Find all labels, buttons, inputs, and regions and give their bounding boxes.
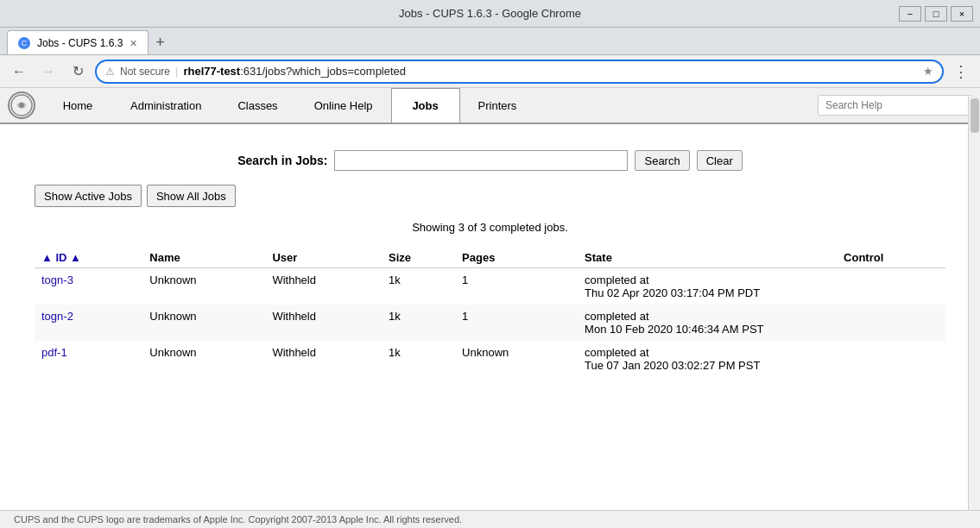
tab-favicon: C	[18, 37, 30, 49]
cell-id: togn-2	[35, 305, 142, 341]
tab-close-button[interactable]: ×	[130, 36, 136, 50]
search-section: Search in Jobs: Search Clear	[35, 150, 945, 171]
job-id-link[interactable]: togn-2	[41, 310, 73, 323]
footer-text: CUPS and the CUPS logo are trademarks of…	[14, 514, 462, 525]
cell-user: Withheld	[265, 305, 382, 341]
nav-item-classes[interactable]: Classes	[219, 88, 295, 123]
cell-state: completed at Mon 10 Feb 2020 10:46:34 AM…	[578, 305, 837, 341]
reload-button[interactable]: ↻	[66, 60, 90, 84]
nav-item-printers[interactable]: Printers	[460, 88, 535, 123]
svg-point-1	[19, 103, 24, 108]
minimize-button[interactable]: −	[899, 6, 921, 22]
forward-button[interactable]: →	[36, 60, 60, 84]
maximize-button[interactable]: □	[925, 6, 947, 22]
nav-item-administration[interactable]: Administration	[112, 88, 219, 123]
cell-size: 1k	[382, 305, 455, 341]
nav-item-online-help[interactable]: Online Help	[296, 88, 391, 123]
cell-control	[837, 305, 945, 341]
url-domain: rhel77-test	[183, 65, 240, 78]
col-header-user: User	[265, 248, 382, 268]
col-header-state: State	[578, 248, 837, 268]
cell-state: completed at Thu 02 Apr 2020 03:17:04 PM…	[578, 268, 837, 305]
col-header-pages: Pages	[455, 248, 578, 268]
tab-bar: C Jobs - CUPS 1.6.3 × +	[0, 28, 980, 55]
clear-button[interactable]: Clear	[697, 150, 743, 171]
cell-pages: 1	[455, 305, 578, 341]
window-title: Jobs - CUPS 1.6.3 - Google Chrome	[399, 7, 581, 20]
search-help-input[interactable]	[818, 95, 973, 116]
title-bar: Jobs - CUPS 1.6.3 - Google Chrome − □ ×	[0, 0, 980, 28]
chrome-menu-button[interactable]: ⋮	[949, 60, 973, 84]
cell-user: Withheld	[265, 268, 382, 305]
table-header-row: ▲ ID ▲ Name User Size Pages State	[35, 248, 945, 268]
table-row: togn-2 Unknown Withheld 1k 1 completed a…	[35, 305, 945, 341]
table-row: togn-3 Unknown Withheld 1k 1 completed a…	[35, 268, 945, 305]
table-row: pdf-1 Unknown Withheld 1k Unknown comple…	[35, 341, 945, 377]
new-tab-button[interactable]: +	[149, 30, 173, 54]
cell-name: Unknown	[142, 268, 265, 305]
show-active-jobs-button[interactable]: Show Active Jobs	[35, 185, 142, 207]
job-buttons: Show Active Jobs Show All Jobs	[35, 185, 945, 207]
col-header-name: Name	[142, 248, 265, 268]
cell-size: 1k	[382, 268, 455, 305]
nav-item-home[interactable]: Home	[43, 88, 112, 123]
scrollbar[interactable]	[968, 97, 980, 511]
search-label: Search in Jobs:	[237, 154, 327, 167]
cell-user: Withheld	[265, 341, 382, 377]
tab-title: Jobs - CUPS 1.6.3	[37, 37, 123, 49]
security-icon: ⚠	[105, 66, 115, 78]
cell-id: pdf-1	[35, 341, 142, 377]
show-all-jobs-button[interactable]: Show All Jobs	[147, 185, 236, 207]
search-button[interactable]: Search	[635, 150, 689, 171]
security-label: Not secure	[120, 66, 170, 78]
cell-name: Unknown	[142, 305, 265, 341]
nav-items: Home Administration Classes Online Help …	[43, 88, 818, 123]
cell-control	[837, 341, 945, 377]
address-bar: ← → ↻ ⚠ Not secure | rhel77-test:631/job…	[0, 55, 980, 88]
search-input[interactable]	[334, 150, 628, 171]
url-text: rhel77-test:631/jobs?which_jobs=complete…	[183, 65, 918, 78]
cups-logo-circle	[8, 91, 35, 119]
cell-name: Unknown	[142, 341, 265, 377]
url-path: :631/jobs?which_jobs=completed	[240, 65, 406, 78]
showing-text: Showing 3 of 3 completed jobs.	[35, 221, 945, 234]
col-header-id[interactable]: ▲ ID ▲	[35, 248, 142, 268]
scroll-thumb[interactable]	[971, 98, 979, 133]
cell-control	[837, 268, 945, 305]
cups-logo	[0, 88, 43, 123]
bookmark-icon[interactable]: ★	[923, 65, 933, 78]
content-area: Search in Jobs: Search Clear Show Active…	[0, 124, 980, 394]
browser-tab[interactable]: C Jobs - CUPS 1.6.3 ×	[7, 30, 149, 54]
back-button[interactable]: ←	[7, 60, 31, 84]
cups-nav: Home Administration Classes Online Help …	[0, 88, 980, 124]
col-header-control: Control	[837, 248, 945, 268]
jobs-table: ▲ ID ▲ Name User Size Pages State	[35, 248, 945, 377]
job-id-link[interactable]: togn-3	[41, 273, 73, 286]
cell-id: togn-3	[35, 268, 142, 305]
footer: CUPS and the CUPS logo are trademarks of…	[0, 510, 980, 528]
nav-item-jobs[interactable]: Jobs	[391, 88, 460, 123]
cell-pages: 1	[455, 268, 578, 305]
url-bar[interactable]: ⚠ Not secure | rhel77-test:631/jobs?whic…	[95, 60, 944, 84]
cell-size: 1k	[382, 341, 455, 377]
window-controls: − □ ×	[899, 6, 973, 22]
col-header-size: Size	[382, 248, 455, 268]
cell-pages: Unknown	[455, 341, 578, 377]
close-button[interactable]: ×	[951, 6, 973, 22]
job-id-link[interactable]: pdf-1	[41, 346, 67, 359]
cell-state: completed at Tue 07 Jan 2020 03:02:27 PM…	[578, 341, 837, 377]
